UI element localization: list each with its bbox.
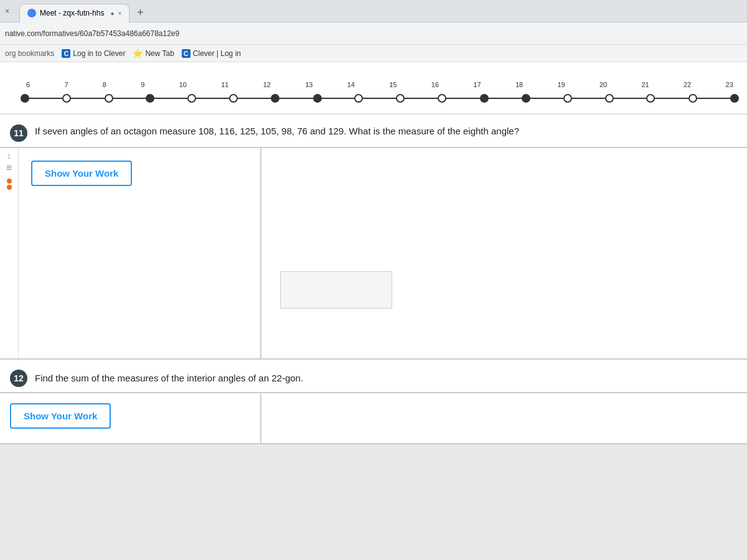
dot-11-filled (480, 94, 489, 103)
dot-1-open (62, 94, 71, 103)
nl-label-20: 20 (599, 81, 607, 88)
nl-label-19: 19 (557, 81, 565, 88)
question-12-text: Find the sum of the measures of the inte… (35, 371, 737, 386)
page-content: 6 7 8 9 10 11 12 13 14 15 16 17 18 19 20… (0, 62, 747, 560)
dot-10-open (438, 94, 446, 103)
address-bar-row: native.com/formatives/60a7b57453a486a667… (0, 22, 747, 45)
nl-label-6: 6 (26, 81, 30, 88)
number-line-labels: 6 7 8 9 10 11 12 13 14 15 16 17 18 19 20… (25, 81, 735, 88)
dot-7-filled (313, 94, 322, 103)
tab-close-button[interactable]: ● (110, 10, 114, 17)
question-12-header: 12 Find the sum of the measures of the i… (0, 360, 747, 392)
dot-13-open (563, 94, 572, 103)
nl-label-12: 12 (263, 81, 271, 88)
question-11-block: 11 If seven angles of an octagon measure… (0, 114, 747, 360)
question-11-left-panel: Show Your Work (19, 147, 261, 358)
side-dot-1 (7, 179, 12, 184)
question-12-content: Show Your Work (0, 392, 747, 443)
browser-tab-bar: × Meet - zqx-futn-hhs ● × + (0, 0, 747, 22)
number-line-wrapper: 6 7 8 9 10 11 12 13 14 15 16 17 18 19 20… (25, 81, 735, 106)
question-12-number: 12 (10, 370, 27, 387)
nl-label-22: 22 (684, 81, 691, 88)
tab-title: Meet - zqx-futn-hhs (40, 9, 104, 17)
dot-15-open (646, 94, 655, 103)
bookmark-clever-login[interactable]: C Log in to Clever (62, 49, 125, 58)
active-tab[interactable]: Meet - zqx-futn-hhs ● × (19, 4, 129, 22)
nl-label-8: 8 (103, 81, 106, 88)
bookmark-label-1: Log in to Clever (73, 49, 125, 58)
nl-label-11: 11 (221, 81, 228, 88)
dot-2-open (105, 94, 113, 103)
question-12-left-panel: Show Your Work (0, 393, 261, 443)
number-line-section: 6 7 8 9 10 11 12 13 14 15 16 17 18 19 20… (0, 62, 747, 114)
nl-label-10: 10 (179, 81, 187, 88)
nl-label-17: 17 (473, 81, 481, 88)
bookmarks-label: org bookmarks (5, 49, 54, 58)
clever-icon: C (62, 49, 70, 58)
nl-label-14: 14 (347, 81, 355, 88)
address-bar[interactable]: native.com/formatives/60a7b57453a486a667… (5, 29, 179, 38)
track-line (25, 98, 735, 99)
show-work-button[interactable]: Show Your Work (31, 161, 132, 186)
new-tab-star-icon: ⭐ (133, 49, 143, 58)
q12-show-work-button[interactable]: Show Your Work (10, 403, 111, 429)
dot-12-filled (522, 94, 530, 103)
dot-9-open (396, 94, 405, 103)
dot-5-open (229, 94, 238, 103)
question-11-text: If seven angles of an octagon measure 10… (35, 124, 737, 139)
bookmark-label-2: New Tab (145, 49, 174, 58)
dot-8-open (354, 94, 363, 103)
question-11-right-panel (261, 147, 747, 358)
nl-label-13: 13 (305, 81, 312, 88)
nl-label-15: 15 (389, 81, 397, 88)
nl-label-18: 18 (515, 81, 523, 88)
dot-16-open (688, 94, 697, 103)
side-nav-dots (7, 179, 12, 190)
dot-3-filled (146, 94, 154, 103)
bookmark-label-3: Clever | Log in (193, 49, 241, 58)
dot-4-open (187, 94, 196, 103)
question-11-body: 1 ≡ Show Your Work (0, 147, 747, 358)
tab-x[interactable]: × (118, 10, 121, 17)
dot-14-open (605, 94, 614, 103)
page-num: 1 (7, 153, 11, 160)
nl-label-9: 9 (141, 81, 144, 88)
question-11-number: 11 (10, 124, 27, 142)
window-close[interactable]: × (0, 7, 14, 16)
bookmark-new-tab[interactable]: ⭐ New Tab (133, 49, 174, 58)
nl-label-16: 16 (431, 81, 439, 88)
bookmark-clever-log[interactable]: C Clever | Log in (182, 49, 241, 58)
bookmarks-bar: org bookmarks C Log in to Clever ⭐ New T… (0, 45, 747, 62)
new-tab-icon: + (137, 6, 144, 19)
question-12-right-panel (261, 393, 747, 443)
new-tab-button[interactable]: + (129, 4, 151, 22)
answer-input-box[interactable] (280, 271, 392, 309)
question-11-header: 11 If seven angles of an octagon measure… (0, 114, 747, 147)
menu-icon: ≡ (6, 162, 12, 174)
number-line-track (25, 91, 735, 106)
nl-label-21: 21 (641, 81, 649, 88)
dot-17-filled (730, 94, 739, 103)
nl-label-7: 7 (64, 81, 68, 88)
dot-6-filled (271, 94, 280, 103)
clever-icon-2: C (182, 49, 190, 58)
left-margin: 1 ≡ (0, 147, 19, 358)
dot-0-filled (21, 94, 29, 103)
tab-favicon (27, 9, 36, 17)
side-dot-2 (7, 185, 12, 190)
question-12-block: 12 Find the sum of the measures of the i… (0, 360, 747, 444)
nl-label-23: 23 (726, 81, 733, 88)
